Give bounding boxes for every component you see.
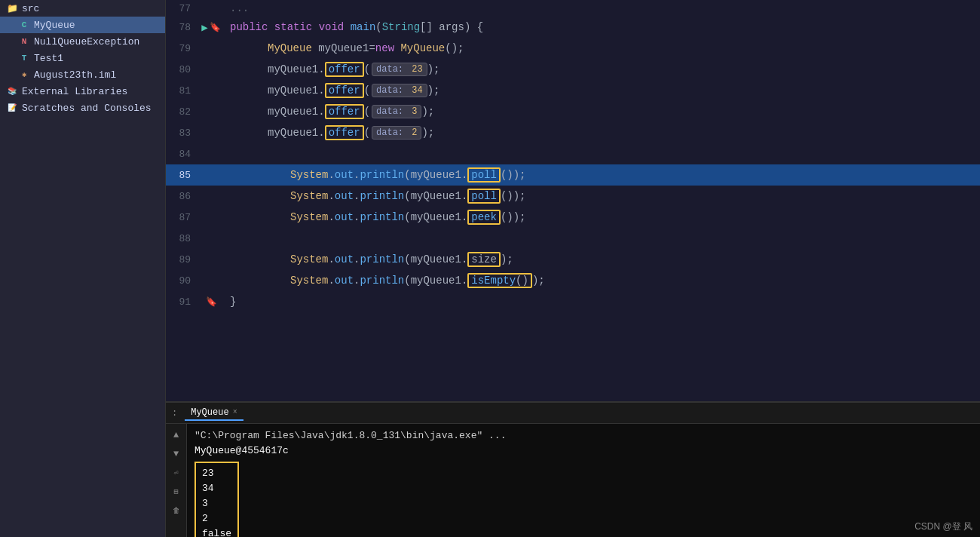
output-box: 23 34 3 2 false (194, 462, 239, 537)
line-content-86: System.out.println(myQueue1.poll()); (222, 189, 980, 204)
line-content-78: public static void main(String[] args) { (222, 21, 980, 33)
java-n-icon: N (18, 35, 30, 48)
console-tab-close[interactable]: × (233, 408, 237, 416)
bookmark2-icon: 🔖 (206, 296, 217, 308)
sidebar: 📁 src C MyQueue N NullQueueException T T… (0, 0, 166, 537)
line-num-78: 78 (166, 22, 200, 33)
output-val-1: 23 (202, 466, 231, 481)
peek-highlight-87: peek (467, 210, 501, 225)
line-content-87: System.out.println(myQueue1.peek()); (222, 210, 980, 225)
sidebar-label-scratch: Scratches and Consoles (22, 103, 152, 114)
line-content-79: MyQueue myQueue1=new MyQueue(); (222, 42, 980, 54)
console-content: ▲ ▼ ⏎ ⊞ 🗑 "C:\Program Files\Java\jdk1.8.… (166, 424, 980, 537)
code-line-84: 84 (166, 143, 980, 164)
offer-highlight-81: offer (325, 83, 364, 98)
sidebar-label-test1: Test1 (34, 53, 63, 64)
console-wrap-btn[interactable]: ⏎ (169, 465, 184, 480)
sidebar-item-test1[interactable]: T Test1 (0, 50, 165, 66)
code-line-79: 79 MyQueue myQueue1=new MyQueue(); (166, 38, 980, 59)
line-num-79: 79 (166, 43, 200, 54)
sidebar-label-extlib: External Libraries (22, 86, 127, 97)
output-val-2: 34 (202, 481, 231, 496)
code-line-78: 78 ▶ 🔖 public static void main(String[] … (166, 17, 980, 38)
sidebar-label-august: August23th.iml (34, 69, 116, 81)
code-line-86: 86 System.out.println(myQueue1.poll()); (166, 186, 980, 207)
offer-highlight-83: offer (325, 125, 364, 140)
param-box-81: data: 34 (372, 84, 427, 97)
param-box-82: data: 3 (372, 105, 421, 118)
editor-area: 77 ... 78 ▶ 🔖 public static void main(St… (166, 0, 980, 537)
output-val-4: 2 (202, 511, 231, 526)
output-val-3: 3 (202, 496, 231, 511)
sidebar-item-myqueue[interactable]: C MyQueue (0, 17, 165, 33)
folder-icon: 📁 (6, 2, 18, 14)
line-num-87: 87 (166, 212, 200, 223)
console-clear-btn[interactable]: 🗑 (169, 503, 184, 518)
poll-highlight-85: poll (467, 167, 501, 183)
console-area: : MyQueue × ▲ ▼ ⏎ ⊞ 🗑 "C:\Program Files\… (166, 401, 980, 537)
size-highlight-89: size (467, 252, 501, 267)
line-num-84: 84 (166, 149, 200, 160)
sidebar-label-nullqueue: NullQueueException (34, 36, 139, 48)
console-down-btn[interactable]: ▼ (169, 446, 184, 462)
code-line-85: 85 System.out.println(myQueue1.poll()); (166, 164, 980, 186)
console-cmd-line: "C:\Program Files\Java\jdk1.8.0_131\bin\… (194, 428, 972, 443)
line-content-77: ... (222, 2, 980, 14)
console-copy-btn[interactable]: ⊞ (169, 484, 184, 499)
sidebar-item-august[interactable]: ✱ August23th.iml (0, 66, 165, 83)
param-box-80: data: 23 (372, 63, 427, 76)
line-num-82: 82 (166, 106, 200, 118)
sidebar-label-myqueue: MyQueue (34, 20, 75, 31)
console-colon: : (172, 408, 177, 419)
scratch-icon: 📝 (6, 102, 18, 114)
gutter-91: 🔖 (200, 296, 222, 308)
sidebar-item-nullqueue[interactable]: N NullQueueException (0, 33, 165, 50)
isempty-highlight-90: isEmpty() (467, 273, 532, 288)
param-box-83: data: 2 (372, 126, 421, 140)
extlib-icon: 📚 (6, 85, 18, 97)
output-val-5: false (202, 526, 231, 537)
line-num-81: 81 (166, 85, 200, 97)
run-icon: ▶ (201, 21, 207, 34)
line-content-85: System.out.println(myQueue1.poll()); (222, 167, 980, 183)
sidebar-item-extlib[interactable]: 📚 External Libraries (0, 83, 165, 100)
line-content-89: System.out.println(myQueue1.size); (222, 252, 980, 267)
console-tab-label: MyQueue (191, 407, 228, 418)
watermark: CSDN @登 风 (914, 520, 972, 533)
line-num-91: 91 (166, 296, 200, 308)
line-content-82: myQueue1.offer(data: 3); (222, 104, 980, 119)
line-num-83: 83 (166, 127, 200, 139)
console-tab-myqueue[interactable]: MyQueue × (185, 406, 243, 421)
line-content-80: myQueue1.offer(data: 23); (222, 62, 980, 77)
xml-icon: ✱ (18, 69, 30, 81)
console-up-btn[interactable]: ▲ (169, 428, 184, 443)
line-num-86: 86 (166, 191, 200, 202)
console-instance-line: MyQueue@4554617c (194, 443, 972, 459)
gutter-78: ▶ 🔖 (200, 21, 222, 34)
code-line-77: 77 ... (166, 0, 980, 17)
code-editor: 77 ... 78 ▶ 🔖 public static void main(St… (166, 0, 980, 401)
code-line-81: 81 myQueue1.offer(data: 34); (166, 80, 980, 101)
console-output: "C:\Program Files\Java\jdk1.8.0_131\bin\… (187, 424, 980, 537)
sidebar-item-scratch[interactable]: 📝 Scratches and Consoles (0, 100, 165, 116)
sidebar-item-src[interactable]: 📁 src (0, 0, 165, 17)
java-c-icon: C (18, 19, 30, 31)
code-line-82: 82 myQueue1.offer(data: 3); (166, 101, 980, 122)
line-num-85: 85 (166, 170, 200, 181)
poll-highlight-86: poll (467, 189, 501, 204)
line-num-89: 89 (166, 254, 200, 265)
code-line-88: 88 (166, 228, 980, 249)
line-num-80: 80 (166, 64, 200, 75)
code-line-91: 91 🔖 } (166, 291, 980, 312)
line-num-77: 77 (166, 3, 200, 14)
code-line-89: 89 System.out.println(myQueue1.size); (166, 249, 980, 270)
line-content-90: System.out.println(myQueue1.isEmpty()); (222, 273, 980, 288)
console-tabs: : MyQueue × (166, 403, 980, 424)
line-content-81: myQueue1.offer(data: 34); (222, 83, 980, 98)
java-t-icon: T (18, 52, 30, 64)
code-line-87: 87 System.out.println(myQueue1.peek()); (166, 207, 980, 228)
line-num-90: 90 (166, 275, 200, 287)
offer-highlight-80: offer (325, 62, 364, 77)
console-sidebar: ▲ ▼ ⏎ ⊞ 🗑 (166, 424, 187, 537)
line-content-83: myQueue1.offer(data: 2); (222, 125, 980, 140)
